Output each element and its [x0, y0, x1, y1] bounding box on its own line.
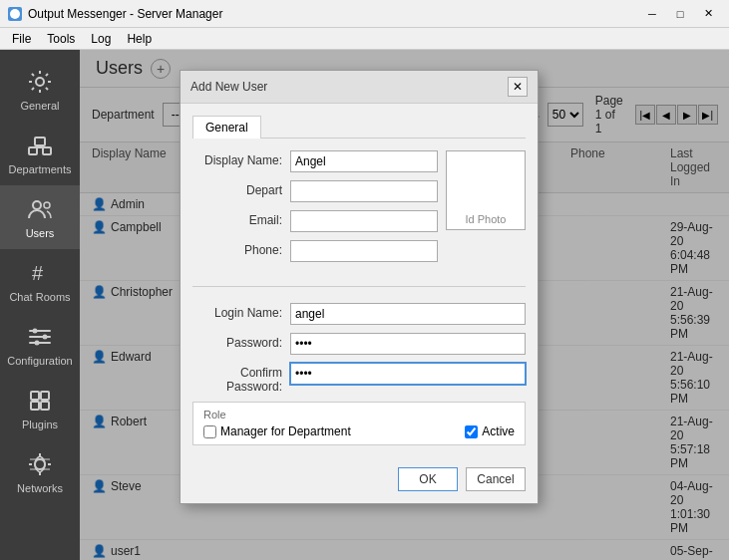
svg-rect-14	[41, 392, 49, 400]
svg-rect-3	[29, 147, 37, 154]
menu-help[interactable]: Help	[119, 30, 160, 48]
password-label: Password:	[192, 333, 282, 350]
title-bar: Output Messenger - Server Manager ─ □ ✕	[0, 0, 729, 28]
top-row: Display Name: Depart Email: Phone:	[192, 150, 526, 262]
svg-rect-2	[35, 138, 45, 145]
cancel-button[interactable]: Cancel	[466, 467, 526, 491]
display-name-label: Display Name:	[192, 150, 282, 167]
role-section: Role Manager for Department Active	[192, 402, 526, 445]
login-name-input[interactable]	[290, 303, 526, 325]
svg-text:#: #	[32, 262, 44, 284]
svg-point-0	[10, 9, 20, 19]
email-row: Email:	[192, 210, 438, 232]
chatrooms-icon: #	[26, 259, 54, 287]
dept-row: Depart	[192, 180, 438, 202]
sidebar-item-users[interactable]: Users	[0, 185, 80, 249]
dept-modal-label: Depart	[192, 180, 282, 197]
svg-rect-15	[31, 402, 39, 410]
gear-icon	[26, 68, 54, 96]
top-fields: Display Name: Depart Email: Phone:	[192, 150, 438, 262]
active-label: Active	[482, 424, 515, 438]
window-controls: ─ □ ✕	[639, 4, 721, 24]
svg-point-10	[33, 329, 38, 334]
sidebar-label-chatrooms: Chat Rooms	[9, 291, 70, 303]
sidebar-label-general: General	[20, 100, 59, 112]
sidebar-label-networks: Networks	[17, 482, 63, 494]
dept-input[interactable]	[290, 180, 438, 202]
svg-rect-4	[43, 147, 51, 154]
sidebar-label-departments: Departments	[9, 163, 72, 175]
svg-point-17	[35, 459, 45, 469]
users-icon	[26, 195, 54, 223]
menu-log[interactable]: Log	[83, 30, 119, 48]
app-title: Output Messenger - Server Manager	[28, 7, 222, 21]
configuration-icon	[26, 323, 54, 351]
svg-rect-13	[31, 392, 39, 400]
svg-rect-16	[41, 402, 49, 410]
sidebar-item-departments[interactable]: Departments	[0, 122, 80, 185]
sidebar-item-networks[interactable]: Networks	[0, 440, 80, 504]
departments-icon	[26, 132, 54, 159]
phone-input[interactable]	[290, 240, 438, 262]
login-name-row: Login Name:	[192, 303, 526, 325]
confirm-password-label: Confirm Password:	[192, 363, 282, 394]
modal-footer: OK Cancel	[181, 467, 538, 503]
id-photo-area: Id Photo	[446, 150, 526, 230]
sidebar: General Departments	[0, 50, 80, 560]
sidebar-item-chatrooms[interactable]: # Chat Rooms	[0, 249, 80, 313]
plugins-icon	[26, 387, 54, 415]
app-icon	[8, 7, 22, 21]
modal-tab-bar: General	[192, 116, 526, 139]
password-row: Password:	[192, 333, 526, 355]
tab-general[interactable]: General	[192, 116, 261, 139]
svg-point-7	[33, 201, 41, 209]
modal-title: Add New User	[190, 80, 267, 94]
close-button[interactable]: ✕	[695, 4, 721, 24]
login-name-label: Login Name:	[192, 303, 282, 320]
modal-close-button[interactable]: ✕	[508, 77, 528, 97]
display-name-input[interactable]	[290, 150, 438, 172]
svg-point-1	[36, 78, 44, 86]
confirm-password-row: Confirm Password:	[192, 363, 526, 394]
add-user-modal: Add New User ✕ General Display Name: Dep…	[180, 70, 539, 504]
form-section: Display Name: Depart Email: Phone:	[192, 150, 526, 455]
manager-checkbox[interactable]	[203, 425, 216, 438]
confirm-password-input[interactable]	[290, 363, 526, 385]
networks-icon	[26, 450, 54, 478]
menu-tools[interactable]: Tools	[39, 30, 83, 48]
role-row: Manager for Department Active	[203, 424, 515, 438]
sidebar-label-configuration: Configuration	[7, 355, 72, 367]
display-name-row: Display Name:	[192, 150, 438, 172]
sidebar-item-configuration[interactable]: Configuration	[0, 313, 80, 377]
form-divider	[192, 286, 526, 287]
sidebar-item-plugins[interactable]: Plugins	[0, 377, 80, 440]
minimize-button[interactable]: ─	[639, 4, 665, 24]
svg-point-12	[35, 341, 40, 346]
modal-body: General Display Name: Depart	[181, 104, 538, 467]
active-checkbox[interactable]	[465, 425, 478, 438]
menu-file[interactable]: File	[4, 30, 39, 48]
role-section-label: Role	[203, 409, 515, 420]
id-photo-label: Id Photo	[466, 213, 507, 225]
email-input[interactable]	[290, 210, 438, 232]
modal-overlay: Add New User ✕ General Display Name: Dep…	[80, 50, 729, 560]
modal-title-bar: Add New User ✕	[181, 71, 538, 104]
sidebar-label-plugins: Plugins	[22, 419, 58, 430]
password-input[interactable]	[290, 333, 526, 355]
svg-point-11	[43, 335, 48, 340]
sidebar-item-general[interactable]: General	[0, 58, 80, 122]
svg-point-8	[44, 202, 50, 208]
email-label: Email:	[192, 210, 282, 227]
sidebar-label-users: Users	[26, 227, 55, 239]
active-checkbox-label[interactable]: Active	[465, 424, 515, 438]
menu-bar: File Tools Log Help	[0, 28, 729, 50]
manager-label: Manager for Department	[220, 424, 351, 438]
maximize-button[interactable]: □	[667, 4, 693, 24]
manager-checkbox-label[interactable]: Manager for Department	[203, 424, 351, 438]
ok-button[interactable]: OK	[398, 467, 458, 491]
phone-row: Phone:	[192, 240, 438, 262]
phone-label: Phone:	[192, 240, 282, 257]
